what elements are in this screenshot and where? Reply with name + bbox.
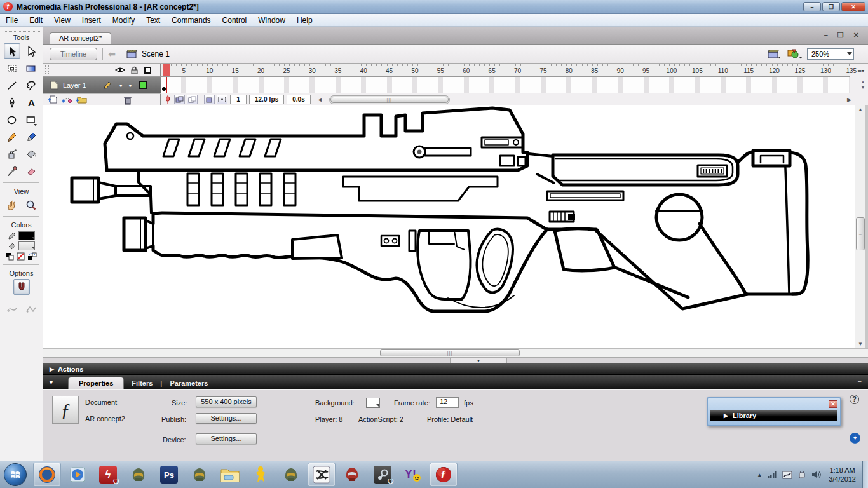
start-button[interactable] xyxy=(4,463,27,486)
taskbar-flash-player-icon[interactable]: f xyxy=(430,463,458,487)
pen-tool-icon[interactable] xyxy=(4,95,20,111)
no-color-icon[interactable] xyxy=(17,252,25,261)
pencil-tool-icon[interactable] xyxy=(4,129,20,145)
library-title-bar[interactable]: ▶ Library xyxy=(710,410,837,421)
tray-network-icon[interactable] xyxy=(767,470,777,479)
device-settings-button[interactable]: Settings... xyxy=(196,433,257,444)
menu-control[interactable]: Control xyxy=(217,15,253,26)
taskbar-halo-helmet-red-icon[interactable] xyxy=(338,463,366,487)
restore-button[interactable]: ❐ xyxy=(822,2,840,11)
menu-file[interactable]: File xyxy=(0,15,24,26)
taskbar-yahoo-icon[interactable]: Y! xyxy=(399,463,427,487)
swap-colors-icon[interactable] xyxy=(27,252,37,261)
frames-area[interactable] xyxy=(161,77,850,93)
rectangle-tool-icon[interactable] xyxy=(23,112,39,128)
timeline-ruler[interactable]: 5101520253035404550556065707580859095100… xyxy=(161,64,850,77)
menu-window[interactable]: Window xyxy=(252,15,291,26)
onion-skin-outlines-icon[interactable] xyxy=(187,95,198,104)
snap-to-objects-icon[interactable] xyxy=(13,279,30,295)
layer-name[interactable]: Layer 1 xyxy=(63,81,86,89)
timeline-scrollbar-thumb[interactable]: ||| xyxy=(330,97,449,103)
timeline-vscroll-arrows[interactable]: ▲▼ xyxy=(859,79,867,93)
canvas-hscrollbar[interactable]: ||| xyxy=(43,348,868,357)
taskbar-aim-icon[interactable] xyxy=(247,463,275,487)
frame-rate-display[interactable]: 12.0 fps xyxy=(249,95,284,104)
ink-bottle-tool-icon[interactable] xyxy=(4,146,20,162)
minimize-button[interactable]: – xyxy=(803,2,821,11)
brush-tool-icon[interactable] xyxy=(23,129,39,145)
taskbar-explorer-folder-icon[interactable] xyxy=(216,463,244,487)
background-color-swatch[interactable] xyxy=(366,398,380,408)
framerate-input[interactable]: 12 xyxy=(436,397,459,408)
back-arrow-icon[interactable]: ⬅ xyxy=(108,49,116,59)
panel-collapse-triangle[interactable]: ▼ xyxy=(48,379,54,386)
menu-help[interactable]: Help xyxy=(291,15,318,26)
text-tool-icon[interactable]: A xyxy=(23,95,39,111)
timeline-scroll-right-arrow[interactable]: ▶ xyxy=(847,97,851,103)
taskbar-xfire-icon[interactable] xyxy=(308,463,336,487)
expand-arrow-icon[interactable]: ▶ xyxy=(50,366,54,372)
help-icon[interactable]: ? xyxy=(850,395,859,404)
menu-view[interactable]: View xyxy=(48,15,76,26)
subselection-tool-icon[interactable] xyxy=(23,43,39,59)
menu-modify[interactable]: Modify xyxy=(107,15,140,26)
timeline-scroll-left-arrow[interactable]: ◄ xyxy=(317,97,323,103)
tab-filters[interactable]: Filters xyxy=(124,377,160,389)
straighten-option-icon[interactable] xyxy=(23,301,39,317)
library-expand-arrow[interactable]: ▶ xyxy=(724,412,728,419)
canvas-vscrollbar[interactable]: ▲ ≡ ▼ xyxy=(855,105,865,348)
timeline-scrollbar[interactable]: ||| xyxy=(329,95,450,104)
close-button[interactable]: ✕ xyxy=(841,2,865,11)
document-window-controls[interactable]: – ❐ ✕ xyxy=(824,31,863,39)
add-motion-guide-icon[interactable] xyxy=(61,95,72,104)
menu-text[interactable]: Text xyxy=(140,15,166,26)
outline-view-icon[interactable] xyxy=(144,66,152,74)
taskbar-media-player-icon[interactable] xyxy=(64,463,92,487)
modify-onion-markers-icon[interactable] xyxy=(217,95,227,104)
canvas-vscrollbar-thumb[interactable]: ≡ xyxy=(856,217,865,250)
accessibility-icon[interactable]: ✦ xyxy=(850,433,860,444)
zoom-dropdown-arrow[interactable] xyxy=(847,52,852,55)
paint-bucket-tool-icon[interactable] xyxy=(23,146,39,162)
taskbar-halo-chief-1-icon[interactable] xyxy=(125,463,153,487)
timeline-toggle-button[interactable]: Timeline xyxy=(50,48,97,60)
show-hide-eye-icon[interactable] xyxy=(115,66,125,74)
delete-layer-trash-icon[interactable] xyxy=(123,95,132,105)
taskbar-flash-icon[interactable]: ϟ🛡 xyxy=(94,463,122,487)
frame-view-options-icon[interactable]: ≡▾ xyxy=(858,66,864,74)
zoom-level-select[interactable]: 250% xyxy=(807,48,854,60)
panel-menu-icon[interactable]: ≡ xyxy=(858,379,862,386)
zoom-tool-icon[interactable] xyxy=(23,197,39,213)
tab-parameters[interactable]: Parameters xyxy=(162,377,215,389)
taskbar-firefox-icon[interactable] xyxy=(33,463,61,487)
fill-color-swatch[interactable] xyxy=(18,241,35,250)
smooth-option-icon[interactable] xyxy=(4,301,20,317)
eraser-tool-icon[interactable] xyxy=(23,163,39,179)
default-colors-icon[interactable] xyxy=(6,252,14,261)
layer-outline-color-swatch[interactable] xyxy=(139,81,147,89)
edit-multiple-frames-icon[interactable] xyxy=(204,95,215,104)
insert-folder-icon[interactable] xyxy=(75,95,88,104)
layer-visible-dot[interactable]: ● xyxy=(119,83,123,88)
scroll-down-arrow[interactable]: ▼ xyxy=(857,341,864,347)
timeline-grip[interactable] xyxy=(45,65,49,74)
insert-layer-icon[interactable] xyxy=(47,95,58,104)
layer-row[interactable]: Layer 1 ● ● xyxy=(43,77,161,93)
taskbar-halo-chief-2-icon[interactable] xyxy=(186,463,214,487)
tray-clock[interactable]: 1:18 AM 3/4/2012 xyxy=(829,466,856,484)
tray-hidden-icons-arrow[interactable]: ▲ xyxy=(757,472,762,478)
hand-tool-icon[interactable] xyxy=(4,197,20,213)
taskbar-steam-icon[interactable]: 🛡 xyxy=(369,463,397,487)
playhead[interactable] xyxy=(163,64,170,76)
scroll-up-arrow[interactable]: ▲ xyxy=(857,107,864,112)
collapse-arrow[interactable]: ▼ xyxy=(450,358,507,363)
stroke-color-swatch[interactable] xyxy=(18,231,35,240)
canvas-hscrollbar-thumb[interactable]: ||| xyxy=(380,349,520,356)
tab-properties[interactable]: Properties xyxy=(68,377,124,389)
eyedropper-tool-icon[interactable] xyxy=(4,163,20,179)
panel-grip[interactable] xyxy=(3,27,40,32)
tray-power-icon[interactable] xyxy=(797,470,806,479)
menu-commands[interactable]: Commands xyxy=(166,15,216,26)
lock-icon[interactable] xyxy=(130,66,139,74)
onion-skin-icon[interactable] xyxy=(174,95,185,104)
